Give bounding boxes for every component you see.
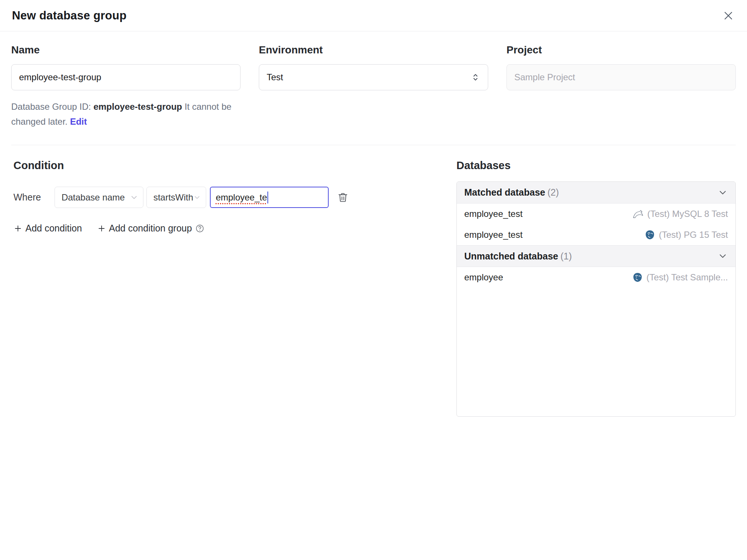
panel-empty-space bbox=[457, 288, 735, 416]
select-updown-icon bbox=[471, 72, 480, 82]
condition-field-value: Database name bbox=[62, 192, 125, 203]
project-select[interactable]: Sample Project bbox=[506, 64, 736, 90]
lower-section: Condition Where Database name startsWith bbox=[11, 159, 736, 417]
database-group-id-value: employee-test-group bbox=[93, 102, 182, 112]
trash-icon bbox=[337, 192, 348, 203]
close-button[interactable] bbox=[722, 9, 735, 22]
databases-panel: Matched database(2) employee_test (Test)… bbox=[456, 181, 736, 417]
environment-select-value: Test bbox=[267, 72, 283, 83]
databases-section: Databases Matched database(2) employee_t… bbox=[456, 159, 736, 417]
matched-database-header-label: Matched database(2) bbox=[464, 187, 559, 198]
condition-value-input[interactable]: employee_te bbox=[210, 187, 329, 208]
dialog-header: New database group bbox=[0, 0, 747, 31]
matched-database-header[interactable]: Matched database(2) bbox=[457, 182, 735, 203]
condition-section: Condition Where Database name startsWith bbox=[11, 159, 456, 234]
mysql-icon bbox=[632, 209, 644, 219]
database-instance-label: (Test) PG 15 Test bbox=[659, 230, 728, 240]
plus-icon bbox=[13, 224, 22, 233]
database-instance: (Test) MySQL 8 Test bbox=[632, 209, 728, 219]
environment-label: Environment bbox=[259, 44, 488, 56]
page-title: New database group bbox=[12, 9, 127, 22]
database-instance: (Test) Test Sample... bbox=[632, 272, 728, 283]
unmatched-database-header-label: Unmatched database(1) bbox=[464, 251, 572, 262]
chevron-down-icon bbox=[717, 187, 728, 198]
database-instance-label: (Test) Test Sample... bbox=[647, 272, 728, 283]
add-condition-group-button[interactable]: Add condition group bbox=[97, 223, 192, 234]
edit-link[interactable]: Edit bbox=[70, 116, 87, 127]
database-group-id-hint: Database Group ID: employee-test-group I… bbox=[11, 99, 246, 129]
unmatched-database-header[interactable]: Unmatched database(1) bbox=[457, 245, 735, 267]
chevron-down-icon bbox=[717, 251, 728, 261]
database-name: employee_test bbox=[464, 230, 523, 240]
database-name: employee bbox=[464, 272, 503, 283]
condition-row: Where Database name startsWith employee_… bbox=[13, 187, 456, 208]
postgres-icon bbox=[645, 230, 655, 240]
where-label: Where bbox=[13, 192, 41, 203]
project-field-group: Project Sample Project bbox=[506, 44, 736, 90]
environment-select[interactable]: Test bbox=[259, 64, 488, 90]
database-instance: (Test) PG 15 Test bbox=[645, 230, 728, 240]
condition-operator-value: startsWith bbox=[154, 192, 193, 203]
database-instance-label: (Test) MySQL 8 Test bbox=[647, 209, 728, 219]
form-grid: Name Environment Test Project Sample Pro… bbox=[11, 44, 736, 90]
database-name: employee_test bbox=[464, 209, 523, 219]
condition-actions: Add condition Add condition group bbox=[13, 223, 456, 234]
hint-prefix: Database Group ID: bbox=[11, 102, 93, 112]
text-caret bbox=[267, 192, 268, 203]
name-input[interactable] bbox=[11, 64, 241, 90]
condition-value-text: employee_te bbox=[216, 192, 267, 203]
database-row: employee_test (Test) PG 15 Test bbox=[457, 224, 735, 245]
chevron-down-icon bbox=[193, 193, 201, 202]
condition-title: Condition bbox=[13, 159, 456, 172]
condition-field-select[interactable]: Database name bbox=[55, 187, 143, 208]
database-row: employee_test (Test) MySQL 8 Test bbox=[457, 203, 735, 224]
environment-field-group: Environment Test bbox=[259, 44, 488, 90]
add-condition-button[interactable]: Add condition bbox=[13, 223, 82, 234]
databases-title: Databases bbox=[456, 159, 736, 172]
postgres-icon bbox=[632, 272, 643, 283]
section-divider bbox=[11, 145, 736, 145]
project-label: Project bbox=[506, 44, 736, 56]
help-circle-icon[interactable] bbox=[195, 224, 205, 233]
add-condition-group-label: Add condition group bbox=[109, 223, 192, 234]
name-field-group: Name bbox=[11, 44, 241, 90]
plus-icon bbox=[97, 224, 106, 233]
add-condition-label: Add condition bbox=[25, 223, 82, 234]
database-row: employee (Test) Test Sample... bbox=[457, 267, 735, 288]
name-label: Name bbox=[11, 44, 241, 56]
chevron-down-icon bbox=[130, 193, 139, 202]
project-select-value: Sample Project bbox=[514, 72, 575, 83]
delete-condition-button[interactable] bbox=[334, 189, 352, 206]
condition-operator-select[interactable]: startsWith bbox=[146, 187, 206, 208]
close-icon bbox=[722, 9, 735, 22]
dialog-body: Name Environment Test Project Sample Pro… bbox=[0, 31, 747, 417]
